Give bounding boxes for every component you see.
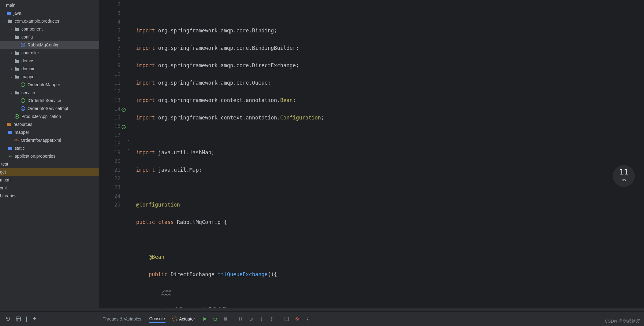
line-number: 18 — [99, 139, 121, 148]
fold-down-icon[interactable]: ⌄ — [128, 144, 129, 153]
performance-badge[interactable]: 11 ms — [613, 165, 635, 187]
tree-item-appprops[interactable]: application.properties — [0, 152, 99, 160]
panel-divider[interactable] — [0, 308, 644, 311]
tree-item-orderinfomapperxml[interactable]: </> OrderInfoMapper.xml — [0, 136, 99, 144]
mute-breakpoints-icon[interactable] — [294, 316, 300, 322]
tree-label: m.xml — [0, 178, 11, 182]
tree-item-config[interactable]: ⌄ config — [0, 33, 99, 41]
line-number: 8 — [99, 52, 121, 61]
svg-rect-14 — [16, 317, 20, 321]
tree-item-main[interactable]: main — [0, 1, 99, 9]
step-over-icon[interactable] — [248, 316, 254, 322]
svg-rect-17 — [239, 317, 240, 321]
line-number: 9 — [99, 61, 121, 70]
folder-icon — [7, 145, 13, 151]
tree-item-demos[interactable]: demos — [0, 57, 99, 65]
gutter-icon[interactable] — [121, 106, 126, 111]
divider — [233, 316, 233, 322]
chevron-down-icon: ⌄ — [2, 130, 7, 135]
line-number: 21 — [99, 166, 121, 174]
tree-item-java[interactable]: java — [0, 9, 99, 17]
watermark: CSDN @暗武逢天 — [605, 319, 640, 324]
tree-item-mapper[interactable]: ⌄ mapper — [0, 73, 99, 81]
tree-item-rabbitmqconfig[interactable]: C RabbitMqConfig — [0, 41, 99, 49]
tree-label: mapper — [15, 130, 29, 135]
chevron-down-icon: ⌄ — [9, 74, 14, 79]
tree-item-producerapp[interactable]: ProducterApplication — [0, 112, 99, 120]
divider: | — [26, 316, 27, 322]
tree-label: OrderInfoMapper — [28, 82, 60, 87]
tree-item-service[interactable]: ⌄ service — [0, 89, 99, 97]
tree-item-target[interactable]: get — [0, 168, 99, 176]
tree-label: domain — [21, 66, 35, 71]
actuator-icon — [172, 317, 177, 321]
fold-down-icon[interactable]: ⌄ — [128, 9, 129, 18]
line-number: 7 — [99, 44, 121, 53]
folder-icon — [7, 130, 13, 135]
code-content[interactable]: import org.springframework.amqp.core.Bin… — [132, 0, 644, 308]
chevron-icon — [1, 11, 6, 16]
tree-item-static[interactable]: › static — [0, 144, 99, 152]
tree-label: test — [1, 162, 8, 167]
tree-item-mapper2[interactable]: ⌄ mapper — [0, 128, 99, 136]
svg-point-19 — [251, 320, 251, 321]
tree-item-xml[interactable]: xml — [0, 184, 99, 192]
line-number: 24 — [99, 192, 121, 200]
line-number: 23 — [99, 183, 121, 192]
tree-item-libraries[interactable]: Libraries — [0, 192, 99, 200]
tree-label: application.properties — [15, 154, 55, 159]
chevron-down-icon: ⌄ — [2, 19, 7, 24]
package-icon — [14, 58, 20, 64]
resume-icon[interactable] — [202, 316, 208, 322]
rerun-icon[interactable] — [5, 316, 11, 322]
package-icon — [14, 26, 20, 32]
tab-threads-variables[interactable]: Threads & Variables — [102, 315, 142, 323]
chevron-right-icon: › — [9, 66, 14, 71]
layout-icon[interactable] — [15, 316, 21, 322]
tab-console[interactable]: Console — [149, 315, 166, 323]
gutter-bean-icon[interactable] — [121, 123, 126, 128]
line-number: 20 — [99, 157, 121, 166]
add-icon[interactable]: + — [32, 316, 38, 322]
line-number: 3 — [99, 9, 121, 18]
xml-icon: </> — [13, 137, 19, 143]
tree-label: java — [13, 11, 21, 16]
tree-item-test[interactable]: test — [0, 160, 99, 168]
project-tree[interactable]: main java ⌄ com.example.producter › comp… — [0, 0, 99, 308]
tree-item-resources[interactable]: resources — [0, 120, 99, 128]
tree-label: service — [21, 90, 35, 95]
line-number: 10 — [99, 70, 121, 79]
more-icon[interactable]: ⋮ — [304, 316, 311, 322]
tree-item-domain[interactable]: › domain — [0, 65, 99, 73]
fold-down-icon[interactable]: ⌄ — [128, 135, 129, 144]
tree-label: IOrderInfoService — [28, 98, 61, 103]
tree-item-orderinfomapper[interactable]: I OrderInfoMapper — [0, 81, 99, 89]
tree-label: get — [0, 170, 6, 174]
tree-item-orderinfoserviceimpl[interactable]: C OrderInfoServiceImpl — [0, 104, 99, 112]
debug-icon[interactable] — [212, 316, 218, 322]
tree-item-component[interactable]: › component — [0, 25, 99, 33]
pause-icon[interactable] — [237, 316, 244, 322]
code-editor[interactable]: 2 3 4 5 6 7 8 9 10 11 12 13 14 15 16 17 … — [99, 0, 644, 308]
tree-item-pkg[interactable]: ⌄ com.example.producter — [0, 17, 99, 25]
properties-icon — [7, 153, 13, 159]
svg-text:C: C — [22, 107, 24, 110]
package-icon — [14, 66, 20, 71]
tree-label: OrderInfoServiceImpl — [28, 106, 68, 111]
step-into-icon[interactable] — [258, 316, 264, 322]
tree-label: demos — [21, 58, 34, 63]
step-out-icon[interactable] — [269, 316, 275, 322]
tree-item-controller[interactable]: › controller — [0, 49, 99, 57]
stop-icon[interactable] — [222, 316, 229, 322]
tree-item-mxml[interactable]: m.xml — [0, 176, 99, 184]
line-number: 22 — [99, 174, 121, 183]
evaluate-icon[interactable] — [284, 316, 290, 322]
package-icon — [7, 18, 13, 24]
svg-text:I: I — [23, 99, 24, 102]
line-number: 6 — [99, 35, 121, 44]
tree-item-iorderinfoservice[interactable]: I IOrderInfoService — [0, 97, 99, 104]
line-number: 2 — [99, 0, 121, 9]
tab-actuator[interactable]: Actuator — [172, 317, 195, 321]
line-number: 12 — [99, 87, 121, 96]
tree-label: resources — [13, 122, 32, 127]
